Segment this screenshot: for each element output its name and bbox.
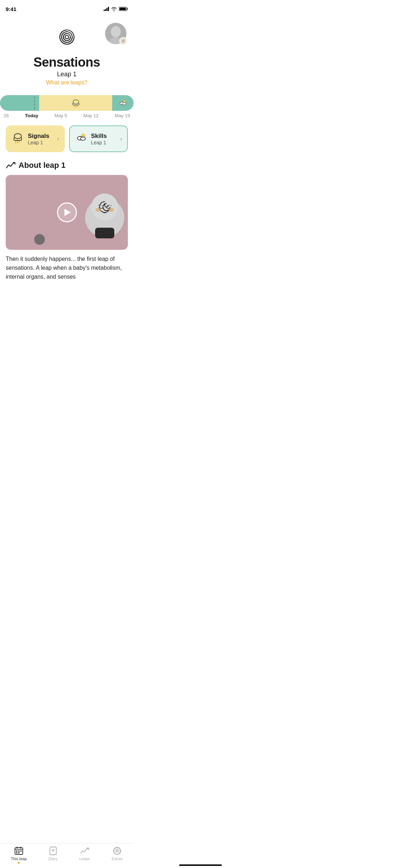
svg-point-8 <box>78 100 79 102</box>
leap-subtitle: Leap 1 <box>57 71 77 78</box>
timeline-may5: May 5 <box>54 113 67 118</box>
status-time: 9:41 <box>6 6 16 12</box>
about-section: About leap 1 <box>0 152 134 281</box>
timeline-segment-storm <box>39 95 112 111</box>
signal-icon <box>104 7 109 11</box>
timeline-bar <box>0 95 134 111</box>
timeline-date-28: 28 <box>4 113 9 118</box>
skills-card-icon <box>75 131 88 146</box>
about-title: About leap 1 <box>6 161 128 170</box>
svg-point-6 <box>123 40 124 42</box>
svg-point-4 <box>111 26 121 37</box>
header: Sensations Leap 1 What are leaps? <box>0 16 134 89</box>
svg-point-19 <box>108 208 114 212</box>
skills-card-title: Skills <box>91 133 117 140</box>
signals-card-sub: Leap 1 <box>28 140 53 145</box>
timeline-today: Today <box>25 113 38 118</box>
signals-card-text: Signals Leap 1 <box>28 133 53 145</box>
signals-card-icon <box>11 131 24 146</box>
svg-rect-26 <box>95 228 114 238</box>
skills-card-text: Skills Leap 1 <box>91 133 117 145</box>
timeline-labels: 28 Today May 5 May 12 May 19 <box>0 111 134 118</box>
svg-rect-2 <box>120 8 126 10</box>
timeline-may12: May 12 <box>83 113 99 118</box>
timeline-segment-past <box>0 95 39 111</box>
video-play-button[interactable] <box>57 202 77 222</box>
storm-icon <box>71 98 81 108</box>
status-bar: 9:41 <box>0 0 134 16</box>
signals-card-title: Signals <box>28 133 53 140</box>
svg-point-15 <box>80 137 85 140</box>
about-description: Then it suddenly happens... the first le… <box>6 255 128 281</box>
trend-icon <box>6 161 16 169</box>
skills-card-sub: Leap 1 <box>91 140 117 145</box>
svg-rect-1 <box>127 8 128 10</box>
svg-point-18 <box>95 208 101 212</box>
video-thumbnail[interactable] <box>6 175 128 250</box>
sun-cloud-icon <box>118 98 128 108</box>
wifi-icon <box>111 7 117 11</box>
timeline-section: 28 Today May 5 May 12 May 19 <box>0 95 134 118</box>
about-title-text: About leap 1 <box>19 161 66 170</box>
play-icon <box>64 209 71 216</box>
svg-point-12 <box>14 134 21 139</box>
timeline-may19: May 19 <box>115 113 130 118</box>
spiral-icon <box>53 23 81 51</box>
svg-point-11 <box>123 103 126 105</box>
battery-icon <box>119 7 128 11</box>
svg-point-7 <box>73 100 79 104</box>
avatar-container <box>105 23 126 44</box>
status-icons <box>104 7 128 11</box>
app-title: Sensations <box>33 55 100 70</box>
video-scrubber[interactable] <box>34 234 45 245</box>
settings-icon[interactable] <box>119 37 127 45</box>
signals-card[interactable]: Signals Leap 1 › <box>6 125 65 152</box>
skills-card-chevron: › <box>120 136 122 142</box>
svg-point-17 <box>91 193 118 221</box>
skills-card[interactable]: Skills Leap 1 › <box>69 125 128 152</box>
signals-card-chevron: › <box>57 136 59 142</box>
timeline-segment-future <box>112 95 134 111</box>
what-are-leaps-link[interactable]: What are leaps? <box>46 79 88 86</box>
cards-section: Signals Leap 1 › Skills Leap 1 › <box>0 118 134 152</box>
timeline-today-marker <box>34 97 35 109</box>
